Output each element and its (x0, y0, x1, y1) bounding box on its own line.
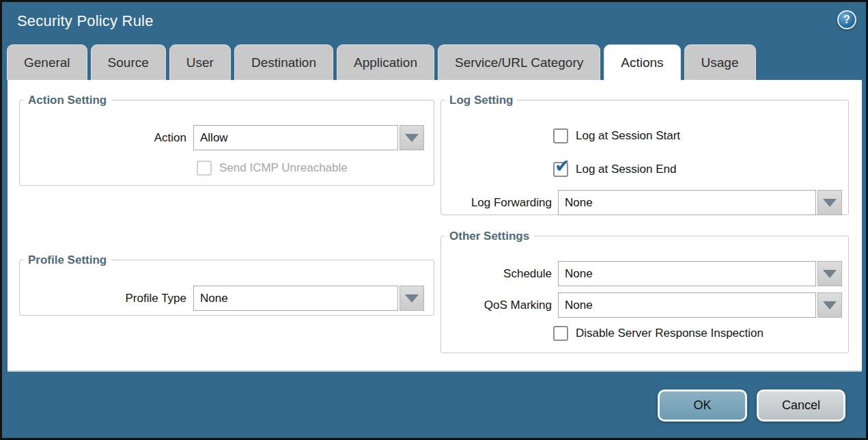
profile-setting-section: Profile Setting Profile Type None (19, 253, 434, 316)
action-setting-legend: Action Setting (23, 93, 111, 107)
chevron-down-icon (823, 199, 837, 207)
log-setting-legend: Log Setting (445, 93, 518, 107)
log-forwarding-dropdown[interactable]: None (558, 190, 816, 215)
tab-destination[interactable]: Destination (234, 44, 333, 80)
security-policy-rule-dialog: Security Policy Rule ? General Source Us… (0, 0, 868, 440)
log-forwarding-dropdown-button[interactable] (817, 190, 842, 215)
profile-setting-legend: Profile Setting (23, 253, 111, 267)
ok-button[interactable]: OK (658, 389, 747, 422)
qos-marking-dropdown-button[interactable] (817, 292, 842, 318)
log-forwarding-label: Log Forwarding (441, 190, 552, 215)
cancel-button[interactable]: Cancel (757, 389, 845, 422)
tab-usage[interactable]: Usage (684, 44, 756, 80)
send-icmp-label: Send ICMP Unreachable (219, 160, 348, 176)
tab-user[interactable]: User (169, 44, 231, 80)
qos-marking-label: QoS Marking (441, 292, 552, 318)
schedule-dropdown[interactable]: None (558, 261, 816, 286)
tab-actions[interactable]: Actions (604, 44, 680, 81)
tab-source[interactable]: Source (91, 44, 166, 80)
schedule-label: Schedule (441, 261, 552, 286)
profile-type-dropdown[interactable]: None (193, 286, 398, 311)
dialog-title: Security Policy Rule (17, 12, 154, 30)
actions-tab-panel: Action Setting Action Allow ✔ Send ICMP … (8, 80, 862, 372)
schedule-dropdown-button[interactable] (817, 261, 842, 286)
action-label: Action (20, 125, 186, 150)
chevron-down-icon (823, 270, 837, 278)
profile-type-label: Profile Type (20, 286, 186, 311)
profile-type-dropdown-button[interactable] (400, 286, 424, 311)
send-icmp-checkbox[interactable]: ✔ (197, 161, 212, 176)
log-session-start-checkbox[interactable]: ✔ (553, 128, 568, 143)
log-session-start-label[interactable]: Log at Session Start (576, 128, 680, 144)
qos-marking-dropdown[interactable]: None (558, 292, 816, 318)
log-session-end-label[interactable]: Log at Session End (576, 161, 676, 178)
tab-service-url-category[interactable]: Service/URL Category (438, 44, 600, 80)
dsri-label[interactable]: Disable Server Response Inspection (576, 325, 764, 342)
chevron-down-icon (405, 134, 419, 142)
chevron-down-icon (405, 294, 419, 303)
tab-general[interactable]: General (7, 44, 87, 80)
other-settings-legend: Other Settings (445, 229, 534, 243)
log-session-end-checkbox[interactable]: ✔ (553, 162, 568, 177)
dsri-checkbox[interactable]: ✔ (553, 326, 568, 341)
other-settings-section: Other Settings Schedule None QoS Marking… (440, 229, 849, 353)
action-dropdown[interactable]: Allow (193, 125, 398, 150)
log-setting-section: Log Setting ✔ Log at Session Start ✔ Log… (440, 93, 849, 215)
tab-application[interactable]: Application (337, 44, 434, 80)
action-dropdown-button[interactable] (400, 125, 424, 150)
tab-strip: General Source User Destination Applicat… (7, 44, 756, 80)
help-icon[interactable]: ? (837, 10, 856, 29)
action-setting-section: Action Setting Action Allow ✔ Send ICMP … (19, 93, 434, 186)
chevron-down-icon (823, 301, 837, 310)
